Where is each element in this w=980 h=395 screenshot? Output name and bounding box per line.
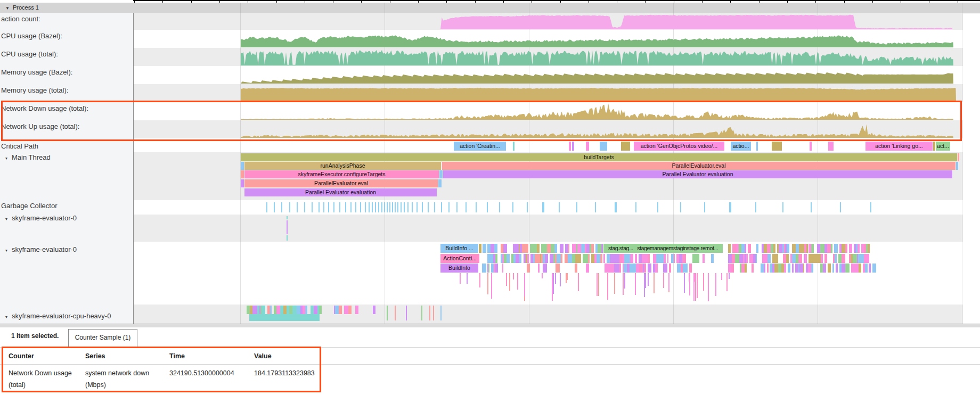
- skyframe-slice[interactable]: [586, 264, 589, 273]
- skyframe-dangle-slice[interactable]: [555, 273, 556, 284]
- skyframe-slice[interactable]: [746, 254, 748, 263]
- memory-usage-bazel--chart[interactable]: [133, 66, 980, 84]
- skyframe-slice[interactable]: [842, 244, 845, 253]
- network-down-usage-total--chart[interactable]: [133, 102, 980, 120]
- skyframe-slice[interactable]: [644, 254, 648, 263]
- skyframe-slice[interactable]: [494, 244, 497, 253]
- skyframe-slice[interactable]: [792, 254, 796, 263]
- skyframe-dangle-slice[interactable]: [623, 273, 624, 295]
- skyframe-stag-band[interactable]: stag.stag... stagemanagemstaginstage.rem…: [603, 244, 723, 253]
- skyframe-dangle-slice[interactable]: [644, 273, 645, 297]
- skyframe-slice[interactable]: [488, 264, 489, 273]
- skyframe-slice[interactable]: [644, 264, 646, 273]
- gc-tick[interactable]: [339, 202, 340, 212]
- skyframe-slice[interactable]: [860, 254, 864, 263]
- skyframe-slice[interactable]: [513, 244, 517, 253]
- skyframe-slice[interactable]: [827, 244, 831, 253]
- skyframe-slice[interactable]: [792, 264, 794, 273]
- skyframe-slice[interactable]: [845, 244, 847, 253]
- skyframe-slice[interactable]: [556, 264, 560, 273]
- cpu-heavy-slice[interactable]: [440, 306, 442, 320]
- skyframe-dangle-slice[interactable]: [668, 273, 669, 291]
- skyframe-slice[interactable]: [836, 264, 838, 273]
- cpu-heavy-slice[interactable]: [348, 306, 351, 314]
- skyframe-slice[interactable]: [682, 254, 686, 263]
- skyframe-slice[interactable]: [834, 244, 838, 253]
- cpu-heavy-slice[interactable]: [270, 306, 272, 314]
- skyframe-slice[interactable]: [597, 254, 601, 263]
- main-thread-slice[interactable]: ParallelEvaluator.eval: [442, 162, 956, 170]
- cpu-heavy-slice[interactable]: [429, 306, 430, 320]
- skyframe-slice[interactable]: [630, 254, 633, 263]
- cpu-heavy-slice[interactable]: [355, 306, 358, 314]
- skyframe-slice[interactable]: [664, 254, 666, 263]
- skyframe-dangle-slice[interactable]: [648, 273, 649, 286]
- cpu-heavy-slice[interactable]: [421, 306, 422, 320]
- skyframe-slice[interactable]: [803, 264, 804, 273]
- cpu-heavy-slice[interactable]: [262, 306, 265, 314]
- gc-tick[interactable]: [304, 202, 305, 212]
- gc-tick[interactable]: [487, 202, 488, 212]
- skyframe-slice[interactable]: [756, 244, 758, 253]
- triangle-down-icon[interactable]: ▾: [1, 315, 12, 319]
- skyframe-slice[interactable]: [605, 264, 609, 273]
- gc-tick[interactable]: [387, 202, 388, 212]
- skyframe-slice[interactable]: [776, 254, 778, 263]
- skyframe-slice[interactable]: [591, 244, 594, 253]
- gc-tick[interactable]: [434, 202, 435, 212]
- main-thread-slice[interactable]: [958, 153, 959, 161]
- skyframe-slice[interactable]: [526, 244, 529, 253]
- gc-tick[interactable]: [369, 202, 370, 212]
- skyframe-dangle-slice[interactable]: [524, 273, 525, 297]
- skyframe-dangle-slice[interactable]: [695, 273, 696, 301]
- skyframe-slice[interactable]: [575, 264, 577, 273]
- skyframe-slice[interactable]: [788, 264, 790, 273]
- skyframe-dangle-slice[interactable]: [703, 273, 704, 291]
- critical-path-slice[interactable]: [513, 142, 514, 151]
- cpu-usage-bazel--chart[interactable]: [133, 30, 980, 48]
- cpu-heavy-slice[interactable]: [314, 306, 317, 314]
- skyframe-slice[interactable]: [491, 244, 494, 253]
- main-thread-slice[interactable]: ParallelEvaluator.eval: [244, 179, 438, 187]
- gc-tick[interactable]: [297, 202, 298, 212]
- skyframe-dangle-slice[interactable]: [479, 273, 480, 287]
- gc-tick[interactable]: [289, 202, 290, 212]
- cpu-heavy-slice[interactable]: [406, 306, 407, 320]
- skyframe-slice[interactable]: [655, 264, 658, 273]
- gc-tick[interactable]: [729, 202, 731, 212]
- skyframe-slice[interactable]: [519, 254, 522, 263]
- skyframe-slice[interactable]: [762, 254, 766, 263]
- critical-path-slice[interactable]: [600, 142, 607, 151]
- gc-tick[interactable]: [345, 202, 346, 212]
- skyframe-dangle-slice[interactable]: [598, 273, 599, 296]
- tab-counter-sample[interactable]: Counter Sample (1): [68, 329, 137, 347]
- critical-path-slice[interactable]: [772, 142, 782, 151]
- track-label-skyframe-evaluator-0b[interactable]: ▾skyframe-evaluator-0: [1, 245, 77, 253]
- skyframe-slice[interactable]: [522, 244, 526, 253]
- skyframe-dangle-slice[interactable]: [491, 273, 492, 299]
- main-thread-slice[interactable]: [241, 170, 244, 178]
- skyframe-dangle-slice[interactable]: [597, 273, 598, 296]
- skyframe-slice[interactable]: [560, 244, 564, 253]
- skyframe-slice[interactable]: [554, 244, 557, 253]
- skyframe-dangle-slice[interactable]: [635, 273, 636, 295]
- skyframe-dangle-slice[interactable]: [684, 273, 685, 293]
- gc-tick[interactable]: [397, 202, 398, 212]
- skyframe-slice[interactable]: [838, 254, 842, 263]
- gc-tick[interactable]: [840, 202, 841, 212]
- cpu-heavy-slice[interactable]: [373, 306, 376, 314]
- gc-tick[interactable]: [595, 202, 596, 212]
- skyframe-slice[interactable]: [561, 254, 563, 263]
- gc-tick[interactable]: [704, 202, 705, 212]
- gc-tick[interactable]: [499, 202, 500, 212]
- skyframe-slice[interactable]: [619, 264, 620, 273]
- skyframe-slice[interactable]: [741, 244, 745, 253]
- skyframe-slice[interactable]: [728, 244, 731, 253]
- skyframe-slice[interactable]: [823, 264, 826, 273]
- gc-tick[interactable]: [312, 202, 313, 212]
- skyframe-slice[interactable]: [502, 264, 503, 273]
- gc-tick[interactable]: [657, 202, 658, 212]
- skyframe-slice[interactable]: [859, 264, 861, 273]
- gc-tick[interactable]: [375, 202, 376, 212]
- skyframe-slice[interactable]: [831, 244, 832, 253]
